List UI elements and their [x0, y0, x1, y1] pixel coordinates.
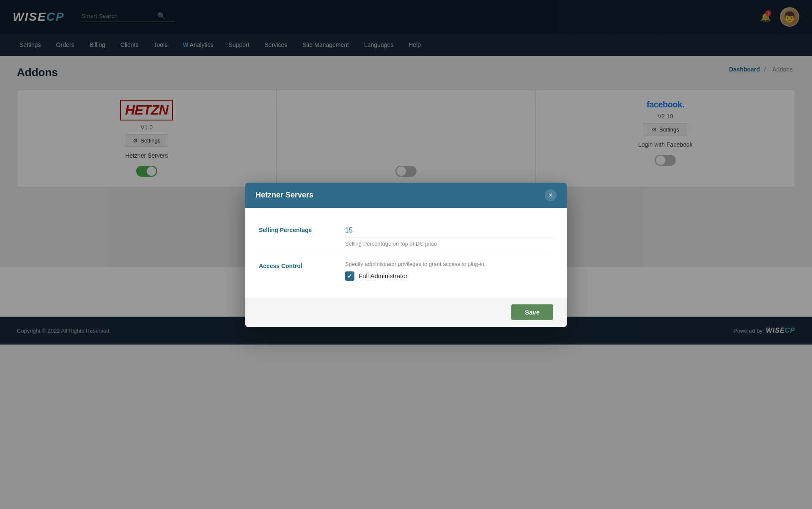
save-button[interactable]: Save	[511, 304, 553, 320]
full-admin-checkbox[interactable]: ✓	[345, 271, 354, 281]
selling-percentage-input[interactable]	[345, 225, 553, 238]
modal-footer: Save	[245, 298, 567, 327]
access-control-label: Access Control	[259, 261, 335, 269]
access-control-row: Access Control Specify administrator pri…	[259, 254, 553, 287]
selling-percentage-label: Selling Percentage	[259, 225, 335, 233]
modal-header: Hetzner Servers ×	[245, 183, 567, 208]
access-control-field: Specify administrator privileges to gran…	[345, 261, 553, 281]
checkbox-row: ✓ Full Administrator	[345, 271, 553, 281]
modal-dialog: Hetzner Servers × Selling Percentage Sel…	[245, 183, 567, 327]
selling-percentage-row: Selling Percentage Selling Percentage on…	[259, 218, 553, 254]
access-control-hint: Specify administrator privileges to gran…	[345, 261, 553, 267]
modal-overlay[interactable]: Hetzner Servers × Selling Percentage Sel…	[0, 0, 812, 509]
modal-title: Hetzner Servers	[255, 191, 313, 200]
selling-percentage-hint: Selling Percentage on top of DC price	[345, 241, 553, 247]
full-admin-label: Full Administrator	[359, 272, 408, 279]
checkbox-check-icon: ✓	[347, 273, 352, 279]
selling-percentage-field: Selling Percentage on top of DC price	[345, 225, 553, 247]
modal-close-button[interactable]: ×	[545, 189, 557, 201]
modal-body: Selling Percentage Selling Percentage on…	[245, 208, 567, 298]
